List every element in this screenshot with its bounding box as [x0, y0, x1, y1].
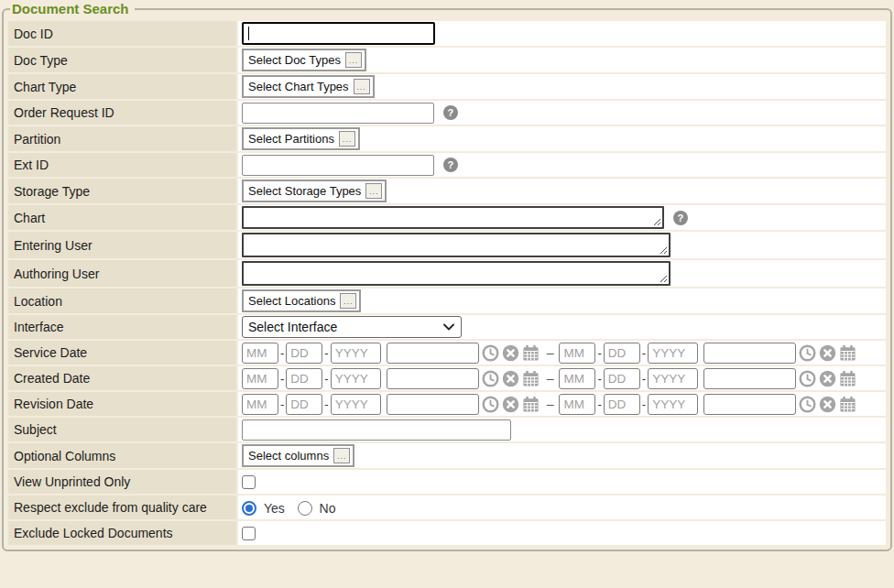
clock-icon[interactable]: [799, 344, 816, 362]
location-label: Location: [8, 289, 236, 313]
location-picker-label: Select Locations: [248, 294, 335, 308]
clear-icon[interactable]: [819, 344, 836, 362]
row-partition: Partition Select Partitions ...: [8, 126, 886, 151]
range-separator: –: [547, 345, 554, 360]
service-date-from-year-input[interactable]: [331, 343, 381, 364]
revision-date-from-time-input[interactable]: [387, 394, 479, 415]
optional-columns-label: Optional Columns: [8, 443, 236, 468]
row-subject: Subject: [8, 418, 886, 441]
storage-type-more-button[interactable]: ...: [365, 183, 382, 199]
service-date-to-year-input[interactable]: [648, 343, 698, 364]
clock-icon[interactable]: [799, 396, 816, 413]
subject-label: Subject: [8, 418, 236, 441]
calendar-icon[interactable]: [522, 396, 540, 413]
clock-icon[interactable]: [482, 344, 499, 362]
calendar-icon[interactable]: [522, 344, 540, 362]
page-title: Document Search: [10, 1, 135, 16]
partition-picker[interactable]: Select Partitions ...: [242, 127, 360, 150]
authoring-user-textarea[interactable]: [242, 261, 670, 286]
clear-icon[interactable]: [819, 370, 836, 387]
revision-date-to-year-input[interactable]: [648, 394, 698, 415]
date-separator: -: [280, 346, 284, 360]
doc-type-more-button[interactable]: ...: [345, 52, 362, 68]
clock-icon[interactable]: [482, 370, 499, 387]
chart-label: Chart: [8, 205, 236, 230]
service-date-from-time-input[interactable]: [387, 343, 479, 364]
exclude-locked-checkbox[interactable]: [242, 527, 256, 540]
revision-date-to-time-input[interactable]: [703, 394, 796, 415]
date-separator: -: [642, 346, 646, 360]
chart-type-more-button[interactable]: ...: [354, 79, 370, 94]
service-date-from-month-input[interactable]: [242, 343, 278, 364]
optional-columns-picker[interactable]: Select columns ...: [242, 444, 354, 467]
created-date-from-day-input[interactable]: [286, 368, 322, 389]
date-separator: -: [280, 397, 284, 411]
subject-input[interactable]: [242, 419, 511, 441]
doc-id-input[interactable]: [242, 22, 435, 45]
service-date-from-day-input[interactable]: [286, 343, 322, 364]
doc-type-picker-label: Select Doc Types: [248, 53, 341, 67]
revision-date-from-day-input[interactable]: [286, 394, 322, 415]
doc-type-picker[interactable]: Select Doc Types ...: [242, 49, 366, 71]
optional-columns-picker-label: Select columns: [248, 449, 329, 463]
created-date-to-month-input[interactable]: [559, 368, 595, 389]
calendar-icon[interactable]: [839, 396, 856, 413]
service-date-to-day-input[interactable]: [604, 343, 640, 364]
partition-more-button[interactable]: ...: [339, 131, 355, 147]
service-date-label: Service Date: [8, 341, 236, 365]
order-request-id-input[interactable]: [242, 103, 434, 124]
service-date-to-month-input[interactable]: [559, 343, 595, 364]
storage-type-picker[interactable]: Select Storage Types ...: [242, 180, 387, 202]
optional-columns-more-button[interactable]: ...: [333, 448, 350, 463]
entering-user-textarea[interactable]: [242, 233, 670, 257]
created-date-to-time-input[interactable]: [703, 368, 796, 389]
respect-exclude-no-radio[interactable]: [298, 501, 312, 516]
ext-id-input[interactable]: [242, 155, 434, 176]
row-chart: Chart ?: [8, 205, 886, 230]
revision-date-to-month-input[interactable]: [559, 394, 595, 415]
created-date-from-month-input[interactable]: [242, 368, 278, 389]
clear-icon[interactable]: [819, 396, 836, 413]
calendar-icon[interactable]: [839, 370, 856, 387]
storage-type-label: Storage Type: [8, 179, 236, 203]
calendar-icon[interactable]: [522, 370, 540, 387]
partition-picker-label: Select Partitions: [248, 132, 334, 146]
revision-date-from-month-input[interactable]: [242, 394, 278, 415]
clear-icon[interactable]: [502, 370, 519, 387]
exclude-locked-label: Exclude Locked Documents: [8, 521, 236, 545]
location-picker[interactable]: Select Locations ...: [242, 289, 361, 312]
date-separator: -: [324, 372, 328, 386]
created-date-from-year-input[interactable]: [331, 368, 381, 389]
clock-icon[interactable]: [799, 370, 816, 387]
range-separator: –: [547, 371, 554, 386]
chart-type-picker[interactable]: Select Chart Types ...: [242, 75, 375, 98]
date-separator: -: [642, 372, 646, 386]
text-caret: [248, 27, 249, 40]
revision-date-label: Revision Date: [8, 392, 236, 416]
revision-date-to-day-input[interactable]: [604, 394, 640, 415]
help-icon[interactable]: ?: [443, 105, 458, 120]
created-date-label: Created Date: [8, 366, 236, 390]
view-unprinted-only-label: View Unprinted Only: [8, 470, 236, 494]
created-date-to-year-input[interactable]: [648, 368, 698, 389]
revision-date-from-year-input[interactable]: [331, 394, 381, 415]
created-date-from-time-input[interactable]: [387, 368, 479, 389]
range-separator: –: [547, 397, 554, 411]
calendar-icon[interactable]: [839, 344, 856, 362]
clock-icon[interactable]: [482, 396, 499, 413]
respect-exclude-no-label: No: [320, 501, 336, 516]
date-separator: -: [642, 397, 646, 411]
created-date-to-day-input[interactable]: [604, 368, 640, 389]
respect-exclude-yes-radio[interactable]: [242, 501, 256, 516]
chart-textarea[interactable]: [242, 206, 664, 229]
chevron-down-icon: [443, 323, 454, 331]
help-icon[interactable]: ?: [673, 211, 688, 225]
date-separator: -: [324, 397, 328, 411]
service-date-to-time-input[interactable]: [703, 343, 796, 364]
clear-icon[interactable]: [502, 344, 519, 362]
interface-select[interactable]: Select Interface: [242, 316, 462, 338]
location-more-button[interactable]: ...: [340, 293, 356, 309]
help-icon[interactable]: ?: [443, 158, 458, 172]
clear-icon[interactable]: [502, 396, 519, 413]
view-unprinted-only-checkbox[interactable]: [242, 475, 256, 489]
